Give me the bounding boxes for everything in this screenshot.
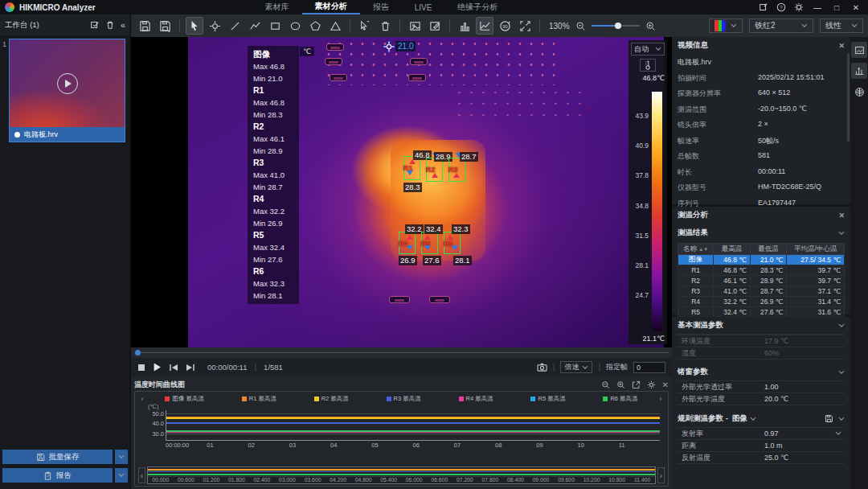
chart-zoom-out-icon[interactable] <box>601 380 610 389</box>
goto-frame-input[interactable]: 0 <box>633 362 665 373</box>
tab-material-analysis[interactable]: 素材分析 <box>302 0 360 14</box>
apply-params-icon[interactable] <box>825 414 833 423</box>
video-info-close-icon[interactable]: ✕ <box>838 42 845 50</box>
report-button[interactable]: 报告 <box>2 468 113 483</box>
col-header[interactable]: 最低温 <box>750 244 787 255</box>
batch-save-dropdown[interactable] <box>115 450 128 464</box>
minimap-next-icon[interactable]: › <box>657 467 665 483</box>
collapse-chevron-icon[interactable] <box>838 323 845 328</box>
play-overlay-icon[interactable] <box>57 73 78 94</box>
chart-zoom-in-icon[interactable] <box>616 380 625 389</box>
chart-settings-icon[interactable] <box>647 380 656 389</box>
triangle-tool-icon[interactable] <box>326 17 344 35</box>
tab-report[interactable]: 报告 <box>360 0 402 14</box>
collapse-panel-icon[interactable]: « <box>121 20 125 30</box>
legend-prev-icon[interactable]: ‹ <box>138 395 146 403</box>
curve-mode-select[interactable]: 线性 <box>820 18 863 33</box>
col-header[interactable]: 平均温/中心温 <box>787 244 845 255</box>
curve-chart-icon[interactable] <box>476 17 493 35</box>
timeline-scrubber[interactable] <box>131 347 672 358</box>
speed-dropdown[interactable]: 倍速 <box>560 361 592 373</box>
help-icon[interactable]: ? <box>776 2 786 12</box>
palette-select[interactable]: 铁红2 <box>749 18 813 33</box>
table-row[interactable]: R146.8 ℃28.3 ℃39.7 ℃ <box>678 265 845 276</box>
zoom-slider[interactable] <box>592 25 640 27</box>
rotate-90-icon[interactable]: 90 <box>496 17 514 35</box>
zoom-out-icon[interactable] <box>575 21 586 31</box>
thermal-image[interactable]: R1 46.8 28.3 R2 28.9 R3 <box>188 37 664 347</box>
collapse-chevron-icon[interactable] <box>838 370 845 375</box>
measure-box-r6[interactable]: R6 <box>444 232 461 254</box>
measure-box-r4[interactable]: R4 <box>399 232 416 254</box>
tab-material-library[interactable]: 素材库 <box>252 0 302 14</box>
close-button[interactable]: ✕ <box>850 3 862 12</box>
polygon-tool-icon[interactable] <box>306 17 324 35</box>
emissivity-dropdown-icon[interactable] <box>835 431 841 436</box>
panel-scrollbar[interactable] <box>847 53 850 142</box>
chart-export-icon[interactable] <box>632 380 641 389</box>
histogram-icon[interactable] <box>456 17 473 35</box>
polyline-tool-icon[interactable] <box>246 17 264 35</box>
tab-live[interactable]: LIVE <box>402 0 445 14</box>
palette-preview-dropdown[interactable] <box>709 18 743 33</box>
legend-next-icon[interactable]: › <box>657 395 665 403</box>
spot-marker[interactable]: 21.0 <box>383 41 416 52</box>
maximize-button[interactable]: □ <box>831 3 842 12</box>
annotate-icon[interactable] <box>426 17 444 35</box>
ellipse-tool-icon[interactable] <box>286 17 304 35</box>
table-row[interactable]: R532.4 ℃27.6 ℃31.6 ℃ <box>678 307 845 318</box>
trash-icon[interactable] <box>105 20 115 30</box>
rule-target-dropdown[interactable]: 图像 <box>732 413 756 424</box>
colorbar-gradient[interactable] <box>652 92 662 331</box>
rectangle-tool-icon[interactable] <box>266 17 284 35</box>
thermometer-icon[interactable] <box>640 59 656 72</box>
measure-analysis-close-icon[interactable]: ✕ <box>838 212 845 220</box>
save-all-icon[interactable] <box>156 17 174 35</box>
info-panel-icon[interactable] <box>851 42 867 58</box>
zoom-in-icon[interactable] <box>645 21 656 31</box>
table-row[interactable]: 图像46.8 ℃21.0 ℃27.5/ 34.5 ℃ <box>678 255 845 265</box>
fit-screen-icon[interactable] <box>516 17 534 35</box>
line-tool-icon[interactable] <box>226 17 244 35</box>
col-header[interactable]: 最高温 <box>714 244 751 255</box>
x-axis-ticks: 00:00:0001 0203 0405 0607 0809 1011 <box>166 442 660 449</box>
tab-insulator-analysis[interactable]: 绝缘子分析 <box>444 0 510 14</box>
collapse-chevron-icon[interactable] <box>838 417 845 421</box>
table-row[interactable]: R432.2 ℃26.9 ℃31.4 ℃ <box>678 297 845 307</box>
collapse-chevron-icon[interactable] <box>838 231 845 236</box>
minimize-button[interactable]: — <box>812 3 823 12</box>
next-frame-icon[interactable] <box>186 364 195 372</box>
save-icon[interactable] <box>136 17 154 35</box>
analysis-panel-icon[interactable] <box>851 63 867 79</box>
thumbnail-card[interactable]: 电路板.hrv <box>9 39 125 142</box>
delete-shape-icon[interactable] <box>376 17 394 35</box>
edit-list-icon[interactable] <box>90 20 100 30</box>
spot-tool-icon[interactable] <box>206 17 223 35</box>
report-dropdown[interactable] <box>115 468 128 483</box>
thermal-viewer[interactable]: R1 46.8 28.3 R2 28.9 R3 <box>131 37 672 347</box>
feedback-icon[interactable] <box>759 2 768 12</box>
chart-legend: 图像 最高温 R1 最高温 R2 最高温 R3 最高温 R4 最高温 R5 最高… <box>146 395 657 403</box>
batch-save-button[interactable]: 批量保存 <box>2 450 113 464</box>
table-row[interactable]: R341.0 ℃28.7 ℃37.1 ℃ <box>678 286 845 297</box>
param-row: 发射率 0.97 <box>678 427 845 439</box>
cursor-tool-icon[interactable] <box>186 17 203 35</box>
chart-close-icon[interactable]: ✕ <box>662 380 669 389</box>
scale-mode-dropdown[interactable]: 自动 <box>631 43 665 55</box>
chart-minimap[interactable]: 00.00000.600 01.20001.800 02.40003.000 0… <box>147 466 656 484</box>
table-row[interactable]: R246.1 ℃28.9 ℃39.7 ℃ <box>678 276 845 286</box>
prev-frame-icon[interactable] <box>169 364 178 372</box>
timeline-knob[interactable] <box>135 350 141 355</box>
settings-gear-icon[interactable] <box>794 2 804 12</box>
image-view-icon[interactable] <box>406 17 424 35</box>
play-icon[interactable] <box>153 363 162 372</box>
snapshot-camera-icon[interactable] <box>537 363 547 372</box>
3d-view-icon[interactable] <box>851 84 867 100</box>
thumbnail-image[interactable] <box>10 39 125 127</box>
col-header[interactable]: 名称 ▲▼ <box>678 244 714 255</box>
stop-icon[interactable] <box>137 364 145 372</box>
select-shape-icon[interactable] <box>356 17 374 35</box>
measure-box-r5[interactable]: R5 <box>421 232 438 254</box>
minimap-prev-icon[interactable]: ‹ <box>138 467 145 483</box>
video-info-title: 视频信息 <box>678 40 708 51</box>
